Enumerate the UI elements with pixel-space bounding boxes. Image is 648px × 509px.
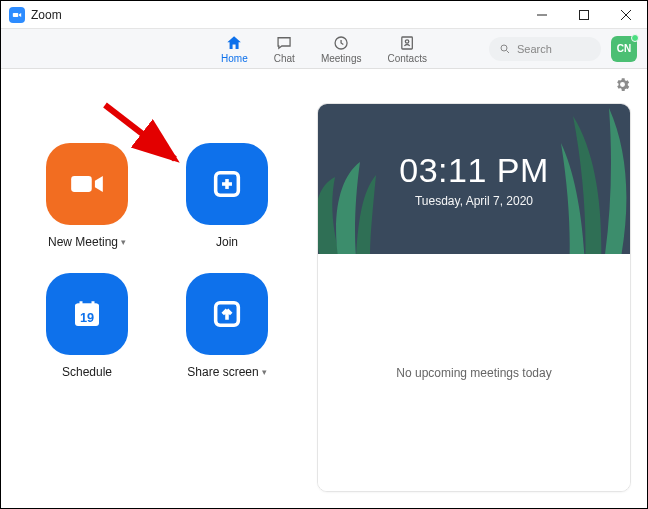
settings-row — [1, 69, 647, 103]
home-icon — [225, 34, 243, 52]
toolbar-right: Search CN — [489, 36, 647, 62]
svg-text:19: 19 — [80, 310, 94, 325]
plant-decoration-icon — [318, 147, 380, 254]
action-share-col: Share screen ▾ — [177, 273, 277, 379]
schedule-label: Schedule — [62, 365, 112, 379]
tab-contacts-label: Contacts — [387, 53, 426, 64]
main-content: New Meeting ▾ Join 19 — [1, 103, 647, 508]
tab-meetings-label: Meetings — [321, 53, 362, 64]
svg-line-9 — [507, 50, 510, 53]
status-dot-icon — [631, 34, 639, 42]
minimize-button[interactable] — [521, 1, 563, 29]
tab-meetings[interactable]: Meetings — [321, 34, 362, 64]
chevron-down-icon: ▾ — [121, 237, 126, 247]
tab-home[interactable]: Home — [221, 34, 248, 64]
avatar-initials: CN — [617, 43, 631, 54]
clock-time: 03:11 PM — [399, 151, 549, 190]
share-screen-button[interactable] — [186, 273, 268, 355]
tab-chat[interactable]: Chat — [274, 34, 295, 64]
plant-decoration-icon — [561, 104, 630, 254]
titlebar: Zoom — [1, 1, 647, 29]
tab-chat-label: Chat — [274, 53, 295, 64]
new-meeting-label-row[interactable]: New Meeting ▾ — [48, 235, 126, 249]
zoom-app-icon — [9, 7, 25, 23]
chat-icon — [275, 34, 293, 52]
clock-section: 03:11 PM Tuesday, April 7, 2020 — [318, 104, 630, 254]
chevron-down-icon: ▾ — [262, 367, 267, 377]
contacts-icon — [398, 34, 416, 52]
svg-rect-0 — [13, 12, 18, 16]
tab-contacts[interactable]: Contacts — [387, 34, 426, 64]
window-controls — [521, 1, 647, 29]
titlebar-left: Zoom — [1, 7, 62, 23]
share-screen-label: Share screen — [187, 365, 258, 379]
search-placeholder: Search — [517, 43, 552, 55]
new-meeting-button[interactable] — [46, 143, 128, 225]
action-new-meeting-col: New Meeting ▾ — [37, 143, 137, 249]
schedule-button[interactable]: 19 — [46, 273, 128, 355]
actions-panel: New Meeting ▾ Join 19 — [17, 103, 297, 492]
share-screen-label-row[interactable]: Share screen ▾ — [187, 365, 266, 379]
upcoming-empty-text: No upcoming meetings today — [396, 366, 551, 380]
main-toolbar: Home Chat Meetings Contacts Search CN — [1, 29, 647, 69]
search-icon — [499, 43, 511, 55]
plus-icon — [210, 167, 244, 201]
clock-icon — [332, 34, 350, 52]
tab-home-label: Home — [221, 53, 248, 64]
gear-icon[interactable] — [614, 76, 631, 97]
join-label: Join — [216, 235, 238, 249]
svg-point-8 — [501, 45, 507, 51]
close-button[interactable] — [605, 1, 647, 29]
zoom-window: Zoom Home Chat Meetings Contacts — [0, 0, 648, 509]
nav-tabs: Home Chat Meetings Contacts — [221, 34, 427, 64]
svg-rect-11 — [71, 176, 92, 192]
svg-rect-2 — [580, 10, 589, 19]
share-up-icon — [210, 297, 244, 331]
join-button[interactable] — [186, 143, 268, 225]
video-icon — [68, 165, 106, 203]
search-input[interactable]: Search — [489, 37, 601, 61]
action-schedule-col: 19 Schedule — [37, 273, 137, 379]
calendar-icon: 19 — [69, 296, 105, 332]
upcoming-section: No upcoming meetings today — [318, 254, 630, 491]
maximize-button[interactable] — [563, 1, 605, 29]
clock-date: Tuesday, April 7, 2020 — [415, 194, 533, 208]
new-meeting-label: New Meeting — [48, 235, 118, 249]
app-title: Zoom — [31, 8, 62, 22]
avatar[interactable]: CN — [611, 36, 637, 62]
calendar-panel: 03:11 PM Tuesday, April 7, 2020 No upcom… — [317, 103, 631, 492]
svg-point-7 — [405, 39, 408, 42]
action-join-col: Join — [177, 143, 277, 249]
